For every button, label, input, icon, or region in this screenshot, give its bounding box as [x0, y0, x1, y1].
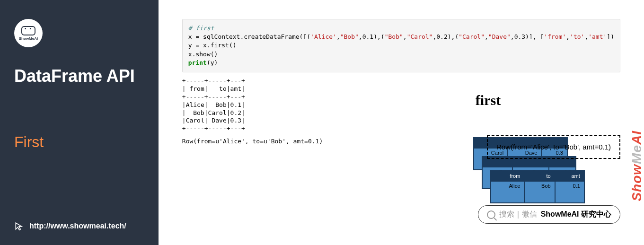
sidebar: ShowMeAI DataFrame API First http://www.… — [0, 0, 159, 245]
wm-part: Me — [629, 145, 644, 164]
th: amt — [555, 171, 584, 181]
code-text: , — [403, 33, 407, 40]
code-string: 'Alice' — [310, 33, 336, 40]
th: from — [491, 171, 525, 181]
url-row: http://www.showmeai.tech/ — [14, 221, 126, 231]
code-text: , — [485, 33, 488, 40]
mini-table-1: fromtoamt AliceBob0.1 — [490, 170, 585, 203]
page-subtitle: First — [14, 133, 144, 151]
watermark: ShowMeAI — [629, 131, 644, 201]
diagram-heading: first — [476, 92, 501, 108]
search-box: 搜索｜微信 ShowMeAI 研究中心 — [478, 205, 620, 224]
code-text: ]) — [607, 33, 614, 40]
bot-icon — [21, 26, 35, 35]
search-gray-text: 搜索｜微信 — [499, 210, 537, 219]
cursor-icon — [14, 221, 24, 231]
main-content: # first x = sqlContext.createDataFrame([… — [159, 0, 644, 245]
code-string: "Bob" — [385, 33, 403, 40]
code-text: (y) — [207, 59, 218, 66]
logo-text: ShowMeAI — [19, 36, 38, 41]
wm-part: Show — [629, 164, 644, 201]
code-text: ,0.1),( — [359, 33, 385, 40]
code-keyword: print — [188, 59, 207, 66]
code-string: 'from' — [544, 33, 566, 40]
code-text: ,0.3)], [ — [511, 33, 544, 40]
logo: ShowMeAI — [14, 19, 43, 47]
table-output: +-----+-----+---+ | from| to|amt| +-----… — [182, 77, 620, 133]
code-comment: # first — [188, 25, 214, 32]
url-text: http://www.showmeai.tech/ — [29, 222, 126, 230]
td: Alice — [491, 181, 525, 203]
code-string: "Carol" — [459, 33, 485, 40]
code-string: "Bob" — [340, 33, 359, 40]
code-string: "Dave" — [488, 33, 511, 40]
result-box: Row(from='Alice', to='Bob', amt=0.1) — [487, 135, 620, 159]
search-bold-text: ShowMeAI 研究中心 — [541, 210, 611, 219]
page-title: DataFrame API — [14, 66, 144, 86]
td: Bob — [524, 181, 555, 203]
code-text: x = sqlContext.createDataFrame([( — [188, 33, 310, 40]
th: to — [524, 171, 555, 181]
code-text: ,0.2),( — [432, 33, 459, 40]
search-icon — [487, 210, 495, 219]
code-text: , — [566, 33, 570, 40]
code-text: y = x.first() — [188, 42, 237, 49]
wm-part: AI — [629, 131, 644, 145]
code-string: 'to' — [570, 33, 584, 40]
code-block: # first x = sqlContext.createDataFrame([… — [182, 19, 620, 72]
code-string: 'amt' — [588, 33, 607, 40]
code-text: , — [336, 33, 340, 40]
code-text: x.show() — [188, 51, 218, 58]
code-string: "Carol" — [407, 33, 433, 40]
td: 0.1 — [555, 181, 584, 203]
